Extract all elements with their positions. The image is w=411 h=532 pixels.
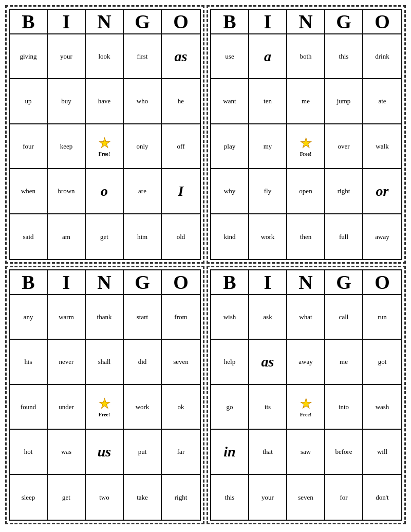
cell-4-21[interactable]: this (211, 475, 249, 520)
cell-4-3[interactable]: what (287, 295, 325, 340)
cell-3-4[interactable]: start (124, 295, 162, 340)
cell-1-13[interactable]: ★Free! (86, 124, 124, 169)
cell-2-4[interactable]: this (325, 34, 363, 79)
cell-3-24[interactable]: take (124, 475, 162, 520)
cell-2-19[interactable]: right (325, 169, 363, 214)
cell-1-7[interactable]: buy (48, 79, 86, 124)
cell-1-15[interactable]: off (162, 124, 200, 169)
cell-3-12[interactable]: under (48, 385, 86, 430)
cell-2-13[interactable]: ★Free! (287, 124, 325, 169)
cell-4-24[interactable]: for (325, 475, 363, 520)
cell-2-15[interactable]: walk (363, 124, 401, 169)
cell-4-1[interactable]: wish (211, 295, 249, 340)
cell-4-6[interactable]: help (211, 340, 249, 384)
cell-1-10[interactable]: he (162, 79, 200, 124)
cell-2-25[interactable]: away (363, 214, 401, 259)
cell-3-22[interactable]: get (48, 475, 86, 520)
cell-3-9[interactable]: did (124, 340, 162, 384)
cell-4-9[interactable]: me (325, 340, 363, 384)
cell-3-15[interactable]: ok (162, 385, 200, 430)
cell-4-4[interactable]: call (325, 295, 363, 340)
cell-3-19[interactable]: put (124, 430, 162, 474)
cell-4-19[interactable]: before (325, 430, 363, 474)
cell-3-16[interactable]: hot (10, 430, 48, 474)
cell-3-13[interactable]: ★Free! (86, 385, 124, 430)
cell-2-9[interactable]: jump (325, 79, 363, 124)
cell-2-16[interactable]: why (211, 169, 249, 214)
cell-4-17[interactable]: that (249, 430, 287, 474)
cell-1-21[interactable]: said (10, 214, 48, 259)
cell-1-14[interactable]: only (124, 124, 162, 169)
cell-3-2[interactable]: warm (48, 295, 86, 340)
cell-2-20[interactable]: or (363, 169, 401, 214)
cell-1-19[interactable]: are (124, 169, 162, 214)
cell-4-2[interactable]: ask (249, 295, 287, 340)
cell-4-5[interactable]: run (363, 295, 401, 340)
cell-4-16[interactable]: in (211, 430, 249, 474)
cell-4-12[interactable]: its (249, 385, 287, 430)
cell-2-2[interactable]: a (249, 34, 287, 79)
cell-2-18[interactable]: open (287, 169, 325, 214)
cell-2-23[interactable]: then (287, 214, 325, 259)
cell-3-8[interactable]: shall (86, 340, 124, 384)
cell-1-17[interactable]: brown (48, 169, 86, 214)
cell-4-8[interactable]: away (287, 340, 325, 384)
cell-3-21[interactable]: sleep (10, 475, 48, 520)
cell-2-1[interactable]: use (211, 34, 249, 79)
cell-1-24[interactable]: him (124, 214, 162, 259)
cell-4-14[interactable]: into (325, 385, 363, 430)
cell-3-23[interactable]: two (86, 475, 124, 520)
cell-2-24[interactable]: full (325, 214, 363, 259)
cell-3-11[interactable]: found (10, 385, 48, 430)
cell-1-22[interactable]: am (48, 214, 86, 259)
cell-4-15[interactable]: wash (363, 385, 401, 430)
cell-2-12[interactable]: my (249, 124, 287, 169)
cell-2-17[interactable]: fly (249, 169, 287, 214)
cell-3-6[interactable]: his (10, 340, 48, 384)
cell-4-11[interactable]: go (211, 385, 249, 430)
cell-3-7[interactable]: never (48, 340, 86, 384)
cell-4-23[interactable]: seven (287, 475, 325, 520)
cell-4-13[interactable]: ★Free! (287, 385, 325, 430)
cell-2-7[interactable]: ten (249, 79, 287, 124)
cell-2-21[interactable]: kind (211, 214, 249, 259)
cell-1-18[interactable]: o (86, 169, 124, 214)
cell-4-22[interactable]: your (249, 475, 287, 520)
cell-1-5[interactable]: as (162, 34, 200, 79)
cell-4-10[interactable]: got (363, 340, 401, 384)
cell-2-8[interactable]: me (287, 79, 325, 124)
cell-3-17[interactable]: was (48, 430, 86, 474)
cell-3-1[interactable]: any (10, 295, 48, 340)
cell-3-5[interactable]: from (162, 295, 200, 340)
cell-1-12[interactable]: keep (48, 124, 86, 169)
cell-3-14[interactable]: work (124, 385, 162, 430)
cell-1-3[interactable]: look (86, 34, 124, 79)
cell-3-25[interactable]: right (162, 475, 200, 520)
cell-1-4[interactable]: first (124, 34, 162, 79)
cell-1-25[interactable]: old (162, 214, 200, 259)
cell-1-23[interactable]: get (86, 214, 124, 259)
cell-1-2[interactable]: your (48, 34, 86, 79)
cell-2-5[interactable]: drink (363, 34, 401, 79)
cell-3-3[interactable]: thank (86, 295, 124, 340)
cell-2-11[interactable]: play (211, 124, 249, 169)
cell-4-7[interactable]: as (249, 340, 287, 384)
cell-2-22[interactable]: work (249, 214, 287, 259)
cell-4-25[interactable]: don't (363, 475, 401, 520)
cell-1-11[interactable]: four (10, 124, 48, 169)
cell-4-18[interactable]: saw (287, 430, 325, 474)
cell-3-18[interactable]: us (86, 430, 124, 474)
cell-1-9[interactable]: who (124, 79, 162, 124)
cell-2-14[interactable]: over (325, 124, 363, 169)
cell-4-20[interactable]: will (363, 430, 401, 474)
cell-2-6[interactable]: want (211, 79, 249, 124)
cell-2-3[interactable]: both (287, 34, 325, 79)
cell-1-20[interactable]: I (162, 169, 200, 214)
cell-1-1[interactable]: giving (10, 34, 48, 79)
cell-1-6[interactable]: up (10, 79, 48, 124)
cell-3-20[interactable]: far (162, 430, 200, 474)
cell-1-8[interactable]: have (86, 79, 124, 124)
cell-3-10[interactable]: seven (162, 340, 200, 384)
cell-2-10[interactable]: ate (363, 79, 401, 124)
cell-1-16[interactable]: when (10, 169, 48, 214)
